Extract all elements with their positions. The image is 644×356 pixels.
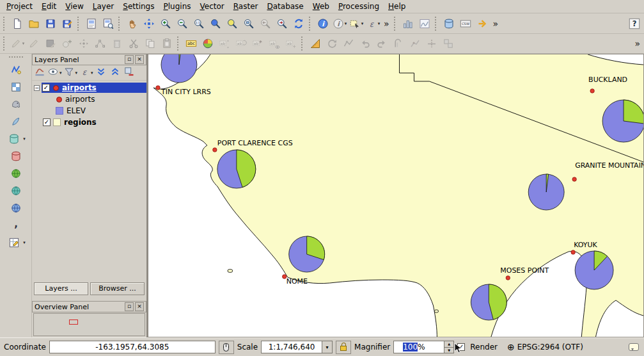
- crs-globe-icon[interactable]: ⊕: [507, 343, 515, 352]
- toolbar-handle[interactable]: [394, 17, 398, 31]
- toolbar-handle[interactable]: [3, 36, 7, 51]
- zoom-to-selection[interactable]: [224, 15, 240, 32]
- menu-layer[interactable]: Layer: [88, 1, 118, 13]
- crs-status[interactable]: EPSG:2964 (OTF): [517, 343, 583, 352]
- menu-help[interactable]: Help: [384, 1, 410, 13]
- db-manager[interactable]: [441, 15, 457, 32]
- measure-line[interactable]: [307, 35, 324, 52]
- layer-row[interactable]: ✓regions: [32, 117, 146, 128]
- tab-layers[interactable]: Layers ...: [34, 282, 88, 295]
- expander-icon[interactable]: −: [34, 85, 40, 91]
- toolbar-overflow-icon[interactable]: »: [491, 19, 501, 29]
- menu-vector[interactable]: Vector: [196, 1, 229, 13]
- zoom-out[interactable]: [174, 15, 191, 32]
- magnifier-spinbox[interactable]: 100 % ▲ ▼: [393, 341, 454, 353]
- run-feature-action[interactable]: i▾: [331, 15, 348, 32]
- toggle-extents-marker-button[interactable]: [219, 341, 234, 354]
- expand-all[interactable]: [94, 66, 108, 80]
- add-vector-layer[interactable]: [8, 61, 24, 78]
- menu-view[interactable]: View: [61, 1, 88, 13]
- menu-plugins[interactable]: Plugins: [159, 1, 196, 13]
- manage-map-themes[interactable]: ▾: [47, 66, 63, 80]
- new-print-composer[interactable]: [83, 15, 100, 32]
- metasearch-csw[interactable]: CSW: [457, 15, 474, 32]
- toolbar-overflow-icon[interactable]: »: [381, 19, 392, 29]
- identify-features[interactable]: i: [315, 15, 331, 32]
- save-project-as[interactable]: [59, 15, 75, 32]
- composer-manager[interactable]: [100, 15, 116, 32]
- toolbar-handle[interactable]: [177, 36, 181, 51]
- scale-combobox[interactable]: 1:1,746,640 ▾: [261, 341, 333, 353]
- processing-run[interactable]: [474, 15, 491, 32]
- toolbar-handle[interactable]: [3, 17, 7, 31]
- pan-map[interactable]: [124, 15, 141, 32]
- pan-to-selection[interactable]: [141, 15, 157, 32]
- toolbar-handle[interactable]: [435, 17, 439, 31]
- remove-layer[interactable]: [122, 66, 136, 80]
- zoom-in[interactable]: [157, 15, 174, 32]
- toolbar-handle[interactable]: [77, 17, 81, 31]
- add-oracle-layer[interactable]: [8, 148, 24, 165]
- chevron-down-icon[interactable]: ▾: [322, 341, 332, 353]
- zoom-next[interactable]: [274, 15, 290, 32]
- legend-row[interactable]: ELEV: [32, 105, 146, 117]
- layer-visibility-checkbox[interactable]: ✓: [43, 118, 51, 126]
- toolbar-handle[interactable]: [301, 36, 305, 51]
- add-wms-layer[interactable]: [8, 165, 24, 182]
- coordinate-input[interactable]: -163.1957,64.3085: [49, 341, 216, 353]
- open-layer-styling[interactable]: [33, 66, 47, 80]
- layer-diagrams[interactable]: [200, 35, 216, 52]
- close-panel-icon[interactable]: ×: [135, 55, 144, 64]
- add-raster-layer[interactable]: [8, 79, 24, 95]
- layer-labeling[interactable]: abc: [183, 35, 200, 52]
- select-features[interactable]: ▾: [348, 15, 365, 32]
- save-project[interactable]: [42, 15, 59, 32]
- messages-icon[interactable]: [629, 343, 639, 351]
- toolbar-handle[interactable]: [118, 17, 122, 31]
- menu-raster[interactable]: Raster: [229, 1, 263, 13]
- menu-processing[interactable]: Processing: [334, 1, 384, 13]
- refresh-map[interactable]: [290, 15, 307, 32]
- spin-down-icon[interactable]: ▼: [444, 348, 453, 353]
- toolbar-handle[interactable]: [9, 56, 23, 60]
- filter-by-expression[interactable]: ε▾: [78, 66, 94, 80]
- layer-row[interactable]: −✓airports: [32, 82, 146, 93]
- zoom-full[interactable]: [207, 15, 224, 32]
- show-statistical-summary[interactable]: [400, 15, 416, 32]
- menu-edit[interactable]: Edit: [37, 1, 61, 13]
- tab-browser[interactable]: Browser ...: [90, 282, 145, 295]
- menu-project[interactable]: Project: [2, 1, 37, 13]
- toolbar-handle[interactable]: [309, 17, 313, 31]
- spin-up-icon[interactable]: ▲: [444, 341, 453, 348]
- new-project[interactable]: [9, 15, 26, 32]
- add-mssql-layer[interactable]: [6, 131, 22, 147]
- close-panel-icon[interactable]: ×: [135, 302, 144, 311]
- chevron-down-icon[interactable]: ▾: [23, 136, 26, 142]
- legend-row[interactable]: airports: [32, 93, 146, 105]
- add-postgis-layer[interactable]: [8, 96, 24, 113]
- add-spatialite-layer[interactable]: [8, 113, 24, 130]
- add-delimited-text-layer[interactable]: ,: [8, 217, 24, 234]
- open-project[interactable]: [26, 15, 42, 32]
- menu-settings[interactable]: Settings: [118, 1, 159, 13]
- zoom-to-layer[interactable]: [240, 15, 257, 32]
- chevron-down-icon[interactable]: ▾: [23, 240, 26, 245]
- collapse-all[interactable]: [108, 66, 122, 80]
- zoom-native[interactable]: 1:1: [191, 15, 207, 32]
- menu-database[interactable]: Database: [262, 1, 308, 13]
- toolbar-overflow-icon[interactable]: »: [632, 38, 643, 49]
- add-wfs-layer[interactable]: [8, 200, 24, 216]
- map-canvas[interactable]: TIN CITY LRRSPORT CLARENCE CGSNOMEMOSES …: [148, 54, 644, 337]
- new-shapefile-layer[interactable]: [6, 234, 22, 251]
- filter-legend[interactable]: ▾: [63, 66, 79, 80]
- menu-web[interactable]: Web: [308, 1, 334, 13]
- add-wcs-layer[interactable]: [8, 182, 24, 199]
- help-contents[interactable]: ?: [626, 15, 643, 32]
- overview-map[interactable]: [33, 313, 145, 336]
- select-by-expression[interactable]: ε▾: [365, 15, 381, 32]
- show-histogram[interactable]: [416, 15, 433, 32]
- float-panel-icon[interactable]: ▫: [125, 302, 134, 311]
- lock-scale-button[interactable]: [336, 341, 351, 354]
- float-panel-icon[interactable]: ▫: [125, 55, 134, 64]
- layer-visibility-checkbox[interactable]: ✓: [42, 84, 50, 92]
